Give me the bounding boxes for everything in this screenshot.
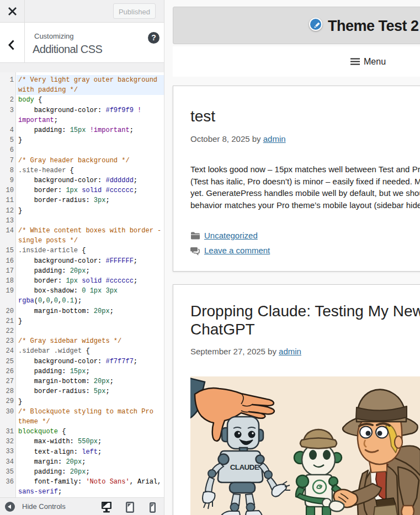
svg-text:CLAUDE: CLAUDE: [230, 463, 259, 471]
